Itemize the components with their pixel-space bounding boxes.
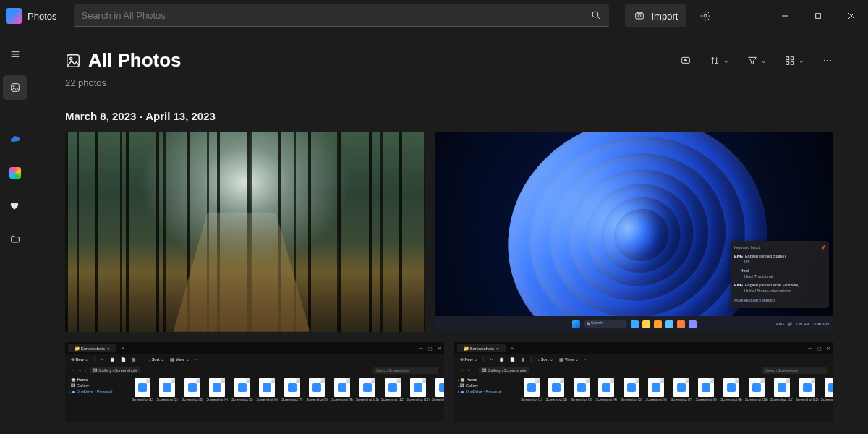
more-button[interactable] bbox=[822, 55, 833, 67]
svg-point-24 bbox=[830, 59, 831, 61]
file-item: Screenshot (12) bbox=[407, 378, 429, 422]
file-item: Screenshot (8) bbox=[307, 378, 328, 422]
import-label: Import bbox=[651, 11, 678, 22]
file-item: Screenshot (1) bbox=[521, 378, 542, 422]
photo-thumbnail[interactable]: Keyboard layout📌 ENGEnglish (United Stat… bbox=[435, 132, 833, 332]
app-title: Photos bbox=[27, 11, 56, 22]
main-content: All Photos ⌄ ⌄ ⌄ 22 photos March 8, 2023… bbox=[30, 32, 868, 434]
file-item: Screenshot (7) bbox=[671, 378, 692, 422]
svg-point-0 bbox=[592, 12, 598, 17]
svg-rect-12 bbox=[12, 84, 20, 92]
folder-icon bbox=[9, 234, 21, 245]
file-item: Screenshot (9) bbox=[720, 378, 742, 422]
file-item: Screenshot (5) bbox=[621, 378, 642, 422]
maximize-button[interactable] bbox=[801, 4, 835, 28]
file-item: Screenshot (3) bbox=[571, 378, 592, 422]
sidebar-all-photos[interactable] bbox=[3, 75, 27, 100]
svg-rect-6 bbox=[816, 14, 821, 19]
file-item: Screenshot (11) bbox=[771, 378, 793, 422]
minimize-button[interactable] bbox=[768, 4, 801, 28]
keyboard-layout-popup: Keyboard layout📌 ENGEnglish (United Stat… bbox=[731, 241, 829, 308]
file-item: Screenshot (7) bbox=[281, 378, 303, 422]
svg-point-3 bbox=[638, 14, 641, 17]
svg-point-13 bbox=[13, 85, 14, 87]
file-item: Screenshot (2) bbox=[157, 378, 179, 422]
file-item: Screenshot (13) bbox=[433, 378, 444, 422]
photo-icon bbox=[65, 53, 81, 69]
search-icon[interactable] bbox=[590, 9, 602, 21]
explorer-file-grid: Screenshot (1)Screenshot (2)Screenshot (… bbox=[518, 375, 833, 422]
icloud-icon bbox=[9, 167, 21, 179]
filter-button[interactable]: ⌄ bbox=[746, 55, 767, 67]
file-item: Screenshot (11) bbox=[382, 378, 404, 422]
file-item: Screenshot (13) bbox=[822, 378, 833, 422]
photo-count: 22 photos bbox=[65, 77, 833, 88]
sidebar bbox=[0, 32, 30, 434]
svg-point-15 bbox=[70, 57, 72, 59]
photo-gallery: Keyboard layout📌 ENGEnglish (United Stat… bbox=[65, 132, 833, 422]
slideshow-icon bbox=[680, 55, 692, 67]
sidebar-onedrive[interactable] bbox=[3, 127, 27, 152]
svg-rect-20 bbox=[786, 61, 789, 64]
svg-rect-18 bbox=[786, 56, 789, 59]
gallery-toolbar: ⌄ ⌄ ⌄ bbox=[680, 55, 833, 67]
photo-thumbnail[interactable] bbox=[65, 132, 425, 332]
svg-rect-14 bbox=[67, 54, 80, 67]
page-title: All Photos bbox=[65, 49, 182, 72]
sidebar-folders[interactable] bbox=[3, 227, 27, 252]
file-item: Screenshot (2) bbox=[546, 378, 568, 422]
search-box[interactable] bbox=[74, 4, 609, 27]
file-item: Screenshot (9) bbox=[331, 378, 353, 422]
more-icon bbox=[822, 55, 833, 67]
settings-button[interactable] bbox=[692, 4, 718, 27]
pin-icon: 📌 bbox=[821, 245, 825, 250]
app-logo-icon bbox=[6, 8, 22, 24]
photo-thumbnail[interactable]: 📁 Screenshots ×＋—▢✕ ⊕ New ⌄✂📋📄🗑↕ Sort ⌄▦… bbox=[65, 342, 444, 422]
svg-point-4 bbox=[704, 14, 707, 17]
file-item: Screenshot (4) bbox=[207, 378, 229, 422]
gear-icon bbox=[699, 10, 711, 22]
file-item: Screenshot (6) bbox=[257, 378, 278, 422]
file-item: Screenshot (6) bbox=[646, 378, 668, 422]
file-item: Screenshot (12) bbox=[796, 378, 818, 422]
taskbar-search: 🔍 Search bbox=[584, 320, 627, 328]
svg-rect-19 bbox=[791, 56, 793, 59]
hamburger-menu-button[interactable] bbox=[3, 42, 27, 67]
cloud-icon bbox=[9, 134, 21, 145]
svg-marker-17 bbox=[685, 59, 687, 61]
import-icon bbox=[634, 10, 645, 22]
sort-icon bbox=[709, 55, 720, 67]
start-icon bbox=[572, 320, 580, 328]
sidebar-favorites[interactable] bbox=[3, 194, 27, 218]
svg-point-22 bbox=[824, 59, 825, 61]
svg-rect-21 bbox=[791, 61, 793, 64]
file-item: Screenshot (1) bbox=[132, 378, 153, 422]
file-item: Screenshot (8) bbox=[696, 378, 718, 422]
title-bar: Photos Import bbox=[0, 0, 868, 32]
search-input[interactable] bbox=[81, 10, 590, 21]
window-controls bbox=[768, 4, 868, 28]
grid-icon bbox=[784, 55, 796, 67]
svg-point-23 bbox=[827, 59, 828, 61]
svg-line-1 bbox=[597, 17, 600, 19]
sidebar-icloud[interactable] bbox=[3, 161, 27, 185]
heart-icon bbox=[9, 200, 21, 212]
file-item: Screenshot (10) bbox=[357, 378, 378, 422]
sort-button[interactable]: ⌄ bbox=[709, 55, 729, 67]
layout-button[interactable]: ⌄ bbox=[784, 55, 804, 67]
filter-icon bbox=[746, 55, 758, 67]
date-range: March 8, 2023 - April 13, 2023 bbox=[65, 110, 833, 122]
close-button[interactable] bbox=[835, 4, 868, 28]
photo-thumbnail[interactable]: 📁 Screenshots ×＋—▢✕ ⊕ New ⌄✂📋📄🗑↕ Sort ⌄▦… bbox=[454, 342, 833, 422]
file-item: Screenshot (3) bbox=[182, 378, 203, 422]
menu-icon bbox=[9, 48, 21, 60]
slideshow-button[interactable] bbox=[680, 55, 692, 67]
import-button[interactable]: Import bbox=[625, 4, 686, 27]
photo-icon bbox=[9, 82, 21, 93]
file-item: Screenshot (5) bbox=[231, 378, 253, 422]
file-item: Screenshot (10) bbox=[746, 378, 767, 422]
svg-rect-2 bbox=[636, 13, 644, 19]
taskbar: 🔍 Search ENG🔊7:21 PM3/24/2023 bbox=[435, 316, 833, 332]
explorer-file-grid: Screenshot (1)Screenshot (2)Screenshot (… bbox=[129, 375, 444, 422]
file-item: Screenshot (4) bbox=[596, 378, 618, 422]
